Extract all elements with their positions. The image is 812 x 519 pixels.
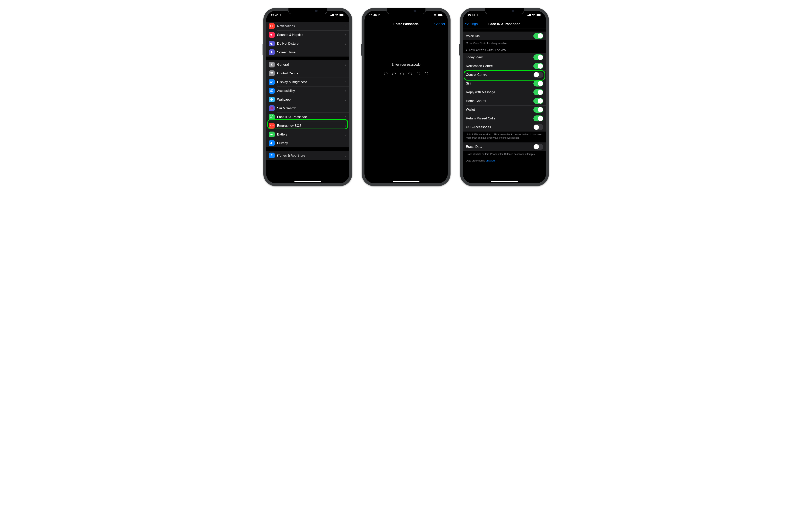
switches-icon [269,71,274,76]
chevron-right-icon: › [345,141,347,145]
row-usb-accessories: USB Accessories [463,123,546,132]
toggle-notification-centre[interactable] [533,63,543,69]
toggle-control-centre[interactable] [533,72,543,78]
page-title: Enter Passcode [394,22,419,26]
toggle-voice-dial[interactable] [533,33,543,39]
cellular-icon [527,14,531,16]
row-label: Today View [466,55,533,59]
row-siri[interactable]: Siri & Search › [266,104,349,112]
svg-rect-27 [431,14,431,16]
toggle-erase-data[interactable] [533,144,543,150]
erase-footer-line2a: Data protection is [466,159,486,162]
cellular-icon [429,14,432,16]
toggle-reply-message[interactable] [533,89,543,95]
row-itunes[interactable]: iTunes & App Store › [266,151,349,160]
svg-rect-0 [330,16,331,16]
home-indicator[interactable] [294,181,321,182]
svg-point-8 [271,64,272,65]
wifi-icon [433,14,437,16]
back-button[interactable]: ‹Settings [464,20,478,29]
battery-icon [340,14,345,16]
clock: 15:40 [271,13,279,17]
settings-list[interactable]: Notifications › Sounds & Haptics › Do No… [266,22,349,183]
wifi-icon [335,14,338,16]
chevron-right-icon: › [345,106,347,110]
chevron-right-icon: › [345,62,347,66]
svg-point-15 [271,99,272,100]
row-display[interactable]: AA Display & Brightness › [266,78,349,86]
toggle-home-control[interactable] [533,98,543,104]
svg-rect-23 [270,134,273,135]
row-label: Battery [277,133,344,136]
siri-icon [269,105,274,111]
row-wallpaper[interactable]: Wallpaper › [266,95,349,104]
chevron-right-icon: › [345,98,347,101]
row-control-centre: Control Centre [463,71,546,79]
chevron-right-icon: › [345,33,347,37]
chevron-right-icon: › [345,153,347,157]
row-voice-dial: Voice Dial [463,31,546,40]
row-sos[interactable]: SOS Emergency SOS › [266,121,349,130]
row-sounds[interactable]: Sounds & Haptics › [266,30,349,39]
toggle-return-missed[interactable] [533,115,543,121]
gear-icon [269,62,274,67]
location-icon [476,13,478,17]
row-label: Accessibility [277,89,344,93]
toggle-today-view[interactable] [533,54,543,60]
clock: 15:40 [369,13,377,17]
svg-rect-26 [430,15,430,16]
row-label: Siri [466,82,533,85]
row-dnd[interactable]: Do Not Disturb › [266,39,349,48]
svg-rect-30 [438,14,442,16]
sounds-icon [269,32,274,38]
row-screentime[interactable]: Screen Time › [266,48,349,57]
svg-point-12 [272,74,273,74]
row-label: General [277,63,344,66]
chevron-right-icon: › [345,124,347,128]
svg-rect-3 [333,14,334,16]
row-accessibility[interactable]: Accessibility › [266,86,349,95]
chevron-right-icon: › [345,42,347,46]
row-label: Notification Centre [466,64,533,68]
notifications-icon [269,23,274,29]
row-general[interactable]: General › [266,60,349,69]
row-siri: Siri [463,79,546,88]
row-label: Wallet [466,108,533,111]
row-return-missed: Return Missed Calls [463,114,546,123]
chevron-right-icon: › [345,24,347,28]
row-controlcentre[interactable]: Control Centre › [266,69,349,78]
erase-footer-line1: Erase all data on this iPhone after 10 f… [466,153,535,156]
row-faceid[interactable]: Face ID & Passcode › [266,112,349,121]
battery-icon [536,14,541,16]
cancel-button[interactable]: Cancel [434,20,445,29]
svg-rect-2 [332,14,333,16]
notch [386,8,426,14]
notch [288,8,327,14]
svg-rect-24 [273,134,273,135]
toggle-usb-accessories[interactable] [533,124,543,130]
svg-rect-7 [271,25,273,27]
location-icon [378,13,380,17]
appstore-icon [269,153,274,158]
row-privacy[interactable]: Privacy › [266,139,349,147]
svg-rect-35 [530,14,531,16]
row-label: Screen Time [277,50,344,54]
toggle-siri[interactable] [533,81,543,86]
data-protection-link[interactable]: enabled. [486,159,495,162]
home-indicator[interactable] [393,181,419,182]
row-battery[interactable]: Battery › [266,130,349,139]
textsize-icon: AA [269,79,274,85]
svg-rect-37 [536,14,540,16]
voice-dial-footer: Music Voice Control is always enabled. [463,40,546,46]
row-label: Display & Brightness [277,80,344,84]
row-label: Erase Data [466,145,533,148]
toggle-wallet[interactable] [533,107,543,113]
faceid-list[interactable]: Voice Dial Music Voice Control is always… [463,29,546,183]
svg-rect-38 [541,15,541,16]
home-indicator[interactable] [491,181,518,182]
chevron-right-icon: › [345,132,347,136]
location-icon [279,13,282,17]
row-notifications[interactable]: Notifications › [266,22,349,30]
row-label: Control Centre [466,73,533,77]
row-label: Reply with Message [466,90,533,94]
